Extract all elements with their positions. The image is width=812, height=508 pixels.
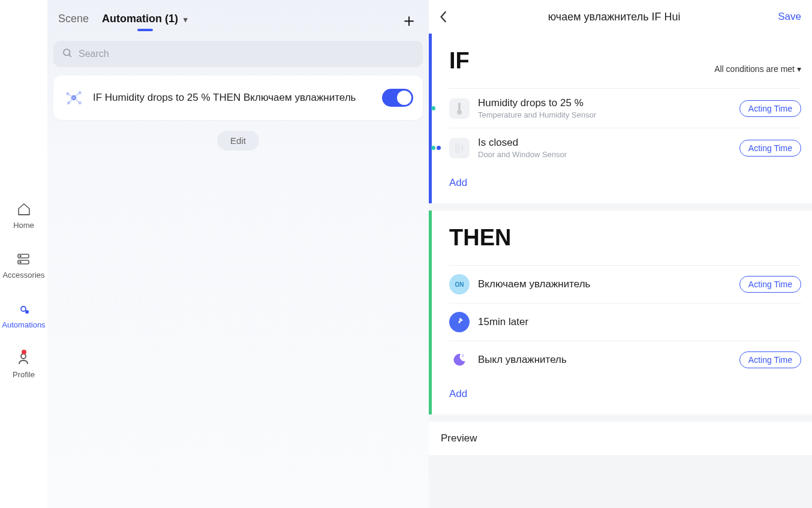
automation-toggle[interactable] bbox=[382, 89, 413, 107]
search-input[interactable] bbox=[79, 49, 414, 59]
svg-text:z: z bbox=[462, 353, 464, 357]
svg-point-6 bbox=[21, 354, 26, 359]
tab-automation-label: Automation (1) bbox=[102, 13, 178, 25]
list-header: Scene Automation (1) ▾ ＋ bbox=[53, 7, 423, 34]
if-row[interactable]: Humidity drops to 25 % Temperature and H… bbox=[449, 88, 801, 128]
if-row-title: Is closed bbox=[478, 137, 731, 149]
list-panel: Scene Automation (1) ▾ ＋ bbox=[47, 0, 429, 508]
if-accent-bar bbox=[429, 34, 432, 203]
if-section: IF All conditions are met ▾ Humidity dro… bbox=[429, 34, 812, 203]
if-add-button[interactable]: Add bbox=[449, 167, 801, 193]
then-accent-bar bbox=[429, 211, 432, 414]
back-button[interactable] bbox=[440, 10, 450, 23]
delay-clock-icon bbox=[449, 312, 470, 332]
automation-network-icon bbox=[63, 87, 85, 109]
sidebar-item-label: Automations bbox=[2, 320, 45, 329]
svg-point-4 bbox=[21, 306, 26, 311]
detail-panel: ючаем увлажнитель IF Hui Save IF All con… bbox=[429, 0, 812, 508]
add-button[interactable]: ＋ bbox=[400, 11, 418, 29]
tab-automation[interactable]: Automation (1) ▾ bbox=[102, 13, 188, 29]
then-section: THEN ON Включаем увлажнитель Acting Time… bbox=[429, 211, 812, 414]
door-sensor-icon bbox=[449, 138, 470, 158]
if-row-sub: Temperature and Humidity Sensor bbox=[478, 110, 731, 119]
sidebar-item-label: Home bbox=[13, 221, 34, 230]
then-title: THEN bbox=[449, 225, 511, 251]
tabs: Scene Automation (1) ▾ bbox=[58, 13, 188, 29]
preview-section[interactable]: Preview bbox=[429, 422, 812, 455]
sidebar-item-home[interactable]: Home bbox=[13, 202, 34, 230]
svg-rect-19 bbox=[455, 143, 460, 153]
notification-dot-icon bbox=[22, 350, 26, 354]
if-mode-label: All conditions are met bbox=[714, 64, 795, 74]
automation-card-title: IF Humidity drops to 25 % THEN Включаем … bbox=[93, 92, 374, 104]
sidebar-item-accessories[interactable]: Accessories bbox=[2, 251, 44, 279]
chevron-down-icon: ▾ bbox=[797, 64, 801, 74]
svg-rect-20 bbox=[461, 145, 464, 152]
svg-line-14 bbox=[74, 93, 80, 98]
condition-dots-icon bbox=[431, 106, 435, 110]
sidebar-item-automations[interactable]: Automations bbox=[2, 301, 45, 329]
then-add-button[interactable]: Add bbox=[449, 378, 801, 404]
then-row-title: 15min later bbox=[478, 316, 801, 328]
accessories-icon bbox=[16, 251, 31, 267]
acting-time-button[interactable]: Acting Time bbox=[739, 100, 801, 117]
then-row-title: Выкл увлажнитель bbox=[478, 354, 731, 366]
detail-title: ючаем увлажнитель IF Hui bbox=[456, 11, 772, 23]
automation-card[interactable]: IF Humidity drops to 25 % THEN Включаем … bbox=[53, 76, 423, 120]
thermometer-icon bbox=[449, 98, 470, 119]
if-mode-selector[interactable]: All conditions are met ▾ bbox=[714, 64, 801, 74]
svg-rect-17 bbox=[458, 103, 461, 110]
svg-point-2 bbox=[20, 255, 21, 257]
svg-point-5 bbox=[25, 310, 29, 314]
chevron-down-icon: ▾ bbox=[184, 15, 188, 24]
home-icon bbox=[16, 202, 32, 217]
sleep-moon-icon: z bbox=[449, 350, 470, 370]
edit-button[interactable]: Edit bbox=[217, 131, 259, 151]
search-input-wrap[interactable] bbox=[53, 41, 423, 67]
sidebar: Home Accessories Automations Profile bbox=[0, 0, 47, 508]
power-on-icon: ON bbox=[449, 274, 470, 294]
save-button[interactable]: Save bbox=[778, 11, 801, 23]
tab-scene[interactable]: Scene bbox=[58, 13, 89, 29]
then-row[interactable]: 15min later bbox=[449, 303, 801, 341]
sidebar-item-label: Profile bbox=[13, 370, 35, 379]
automations-icon bbox=[16, 301, 31, 317]
then-row[interactable]: z Выкл увлажнитель Acting Time bbox=[449, 341, 801, 378]
detail-header: ючаем увлажнитель IF Hui Save bbox=[429, 0, 812, 34]
if-row-sub: Door and Window Sensor bbox=[478, 150, 731, 159]
svg-point-7 bbox=[64, 49, 70, 56]
svg-line-15 bbox=[69, 98, 74, 103]
sidebar-item-label: Accessories bbox=[2, 270, 44, 279]
condition-dots-icon bbox=[431, 146, 441, 150]
then-row-title: Включаем увлажнитель bbox=[478, 278, 731, 290]
svg-line-16 bbox=[74, 98, 80, 103]
acting-time-button[interactable]: Acting Time bbox=[739, 140, 801, 157]
sidebar-item-profile[interactable]: Profile bbox=[13, 351, 35, 379]
if-row-title: Humidity drops to 25 % bbox=[478, 97, 731, 109]
svg-point-18 bbox=[457, 110, 462, 115]
acting-time-button[interactable]: Acting Time bbox=[739, 351, 801, 368]
acting-time-button[interactable]: Acting Time bbox=[739, 276, 801, 293]
svg-point-3 bbox=[20, 261, 21, 263]
if-title: IF bbox=[449, 48, 470, 74]
svg-point-22 bbox=[458, 321, 460, 323]
then-row[interactable]: ON Включаем увлажнитель Acting Time bbox=[449, 265, 801, 303]
search-icon bbox=[62, 47, 73, 61]
if-row[interactable]: Is closed Door and Window Sensor Acting … bbox=[449, 128, 801, 167]
